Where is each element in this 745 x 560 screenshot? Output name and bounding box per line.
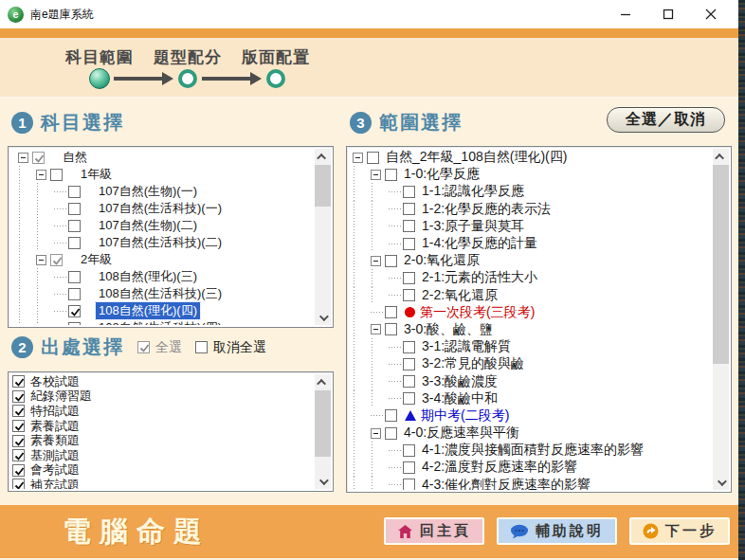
checkbox[interactable] [12,479,25,489]
checkbox[interactable] [403,289,415,301]
tree-row[interactable]: 3-2:常見的酸與鹼 [349,355,713,372]
checkbox[interactable] [12,375,25,388]
checkbox[interactable] [403,220,415,232]
scroll-down-button[interactable] [315,474,331,489]
tree-row[interactable]: 特招試題 [10,404,315,419]
expander-minus-icon[interactable] [36,170,46,180]
tree-item-label[interactable]: 自然_2年級_108自然(理化)(四) [383,149,570,166]
tree-item-label[interactable]: 108自然(理化)(四) [96,302,200,319]
checkbox[interactable] [403,203,415,215]
tree-item-label[interactable]: 2-2:氧化還原 [419,287,500,304]
tree-item-label[interactable]: 期中考(二段考) [418,407,512,425]
tree-row[interactable]: 1年級 [10,166,315,183]
tree-row[interactable]: 1-4:化學反應的計量 [349,235,713,252]
checkbox[interactable] [385,306,397,318]
tree-item-label[interactable]: 107自然(生活科技)(一) [96,200,225,217]
tree-item-label[interactable]: 107自然(生活科技)(二) [96,234,225,251]
tree-item-label[interactable]: 第一次段考(三段考) [417,304,537,321]
tree-row[interactable]: 1-0:化學反應 [349,166,713,183]
subject-tree-scrollbar[interactable] [315,149,331,325]
checkbox[interactable] [32,152,45,164]
expander-minus-icon[interactable] [36,255,46,265]
tree-row[interactable]: 3-1:認識電解質 [349,338,713,355]
checkbox[interactable] [50,254,63,266]
step-circle-3-inactive[interactable] [266,69,285,88]
expander-minus-icon[interactable] [18,153,28,163]
checkbox[interactable] [385,255,397,267]
close-button[interactable] [689,0,732,28]
tree-item-label[interactable]: 自然 [60,149,90,166]
tree-row[interactable]: 4-3:催化劑對反應速率的影響 [349,477,713,490]
tree-row[interactable]: 2年級 [10,251,315,268]
tree-item-label[interactable]: 107自然(生物)(一) [96,183,200,200]
step-circle-2-inactive[interactable] [178,69,197,88]
tree-item-label[interactable]: 3-3:酸鹼濃度 [419,373,500,390]
tree-row[interactable]: 108自然(生活科技)(三) [10,285,315,302]
tree-row[interactable]: 會考試題 [10,463,315,479]
scroll-thumb[interactable] [315,390,331,457]
tree-item-label[interactable]: 3-2:常見的酸與鹼 [419,355,527,372]
tree-item-label[interactable]: 108自然(生活科技)(三) [96,285,225,302]
tree-row[interactable]: 107自然(生活科技)(二) [10,234,315,251]
tree-item-label[interactable]: 1年級 [78,166,115,183]
tree-row[interactable]: 2-1:元素的活性大小 [349,269,713,286]
checkbox[interactable] [403,444,415,457]
checkbox[interactable] [12,390,25,403]
select-all-checkbox[interactable]: 全選 [137,339,182,356]
checkbox[interactable] [403,392,415,405]
expander-minus-icon[interactable] [371,324,381,334]
tree-row[interactable]: 3-4:酸鹼中和 [349,390,713,407]
tree-item-label[interactable]: 1-0:化學反應 [401,166,482,183]
tree-row[interactable]: 自然 [10,149,315,166]
tree-item-label[interactable]: 3-0:酸、鹼、鹽 [401,321,496,338]
tree-row[interactable]: 108自然(生活科技)(四) [10,319,315,325]
checkbox[interactable] [403,272,415,284]
minimize-button[interactable] [604,0,646,28]
tree-row[interactable]: 1-2:化學反應的表示法 [349,201,713,218]
tree-item-label[interactable]: 3-4:酸鹼中和 [419,390,500,407]
tree-item-label[interactable]: 補充試題 [27,477,82,489]
tree-row[interactable]: 期中考(二段考) [349,407,713,425]
step-circle-1-active[interactable] [89,68,110,89]
range-tree-scrollbar[interactable] [713,149,729,490]
tree-row[interactable]: 4-0:反應速率與平衡 [349,425,713,442]
tree-item-label[interactable]: 2-0:氧化還原 [401,252,482,269]
tree-item-label[interactable]: 3-1:認識電解質 [419,338,514,355]
checkbox[interactable] [385,427,397,440]
checkbox[interactable] [68,271,81,283]
tree-item-label[interactable]: 1-4:化學反應的計量 [419,235,540,252]
tree-row[interactable]: 2-0:氧化還原 [349,252,713,269]
tree-row[interactable]: 基測試題 [10,448,315,463]
tree-item-label[interactable]: 4-2:溫度對反應速率的影響 [419,459,580,476]
checkbox[interactable] [403,479,415,490]
checkbox[interactable] [12,464,25,477]
tree-row[interactable]: 4-1:濃度與接觸面積對反應速率的影響 [349,442,713,459]
checkbox[interactable] [68,220,81,232]
checkbox[interactable] [68,237,81,249]
checkbox[interactable] [385,409,397,422]
scroll-down-button[interactable] [315,310,331,325]
help-button[interactable]: 輔助說明 [497,517,617,545]
tree-row[interactable]: 補充試題 [10,478,315,489]
checkbox[interactable] [12,435,25,447]
checkbox[interactable] [385,169,397,181]
checkbox[interactable] [68,305,81,317]
tree-row[interactable]: 107自然(生物)(一) [10,183,315,200]
tree-row[interactable]: 第一次段考(三段考) [349,304,713,321]
tree-row[interactable]: 3-3:酸鹼濃度 [349,372,713,389]
tree-item-label[interactable]: 1-3:原子量與莫耳 [419,218,527,235]
source-list-scrollbar[interactable] [315,374,331,489]
scroll-up-button[interactable] [315,149,331,164]
tree-item-label[interactable]: 1-1:認識化學反應 [419,183,527,200]
expander-minus-icon[interactable] [353,153,363,163]
tree-item-label[interactable]: 108自然(生活科技)(四) [96,319,225,325]
select-toggle-button[interactable]: 全選／取消 [607,107,725,133]
scroll-up-button[interactable] [315,374,331,389]
next-step-button[interactable]: 下一步 [629,517,730,545]
checkbox[interactable] [367,152,379,164]
tree-row[interactable]: 108自然(理化)(三) [10,268,315,285]
tree-row[interactable]: 素養類題 [10,433,315,448]
tree-item-label[interactable]: 4-3:催化劑對反應速率的影響 [419,477,593,490]
scroll-up-button[interactable] [713,149,729,164]
checkbox[interactable] [68,288,81,300]
